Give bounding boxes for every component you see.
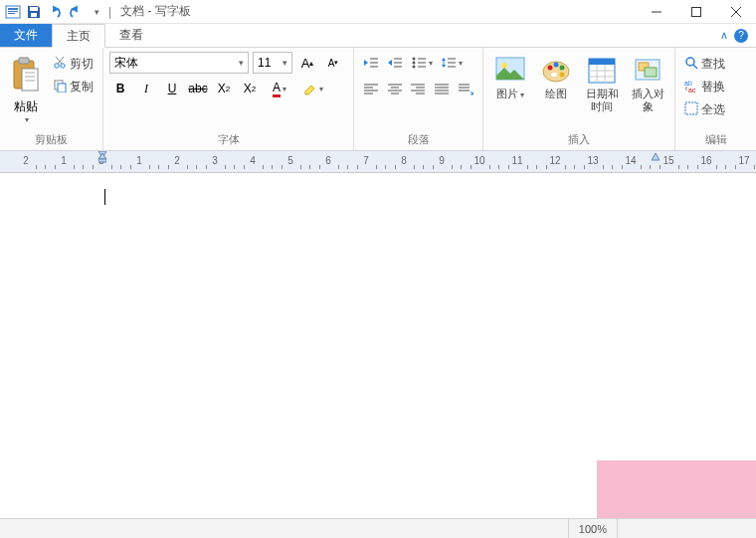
align-center-button[interactable]: [384, 78, 406, 99]
cut-button[interactable]: 剪切: [50, 54, 96, 75]
document-area[interactable]: [0, 173, 756, 518]
ruler-number: 2: [174, 155, 180, 166]
group-edit-label: 编辑: [681, 129, 750, 150]
align-right-button[interactable]: [408, 78, 430, 99]
ruler-number: 17: [738, 155, 749, 166]
subscript-button[interactable]: X2: [213, 78, 235, 99]
svg-rect-4: [30, 7, 38, 11]
ruler-number: 7: [363, 155, 369, 166]
highlight-button[interactable]: ▾: [298, 78, 328, 99]
svg-point-62: [560, 66, 565, 71]
calendar-icon: [586, 54, 618, 86]
selectall-button[interactable]: 全选: [681, 99, 750, 120]
decrease-indent-button[interactable]: [360, 52, 382, 74]
ruler-number: 15: [662, 155, 673, 166]
ruler-number: 12: [549, 155, 560, 166]
chevron-down-icon: ▾: [25, 115, 29, 124]
ruler-right-indent[interactable]: [652, 153, 660, 167]
bullets-button[interactable]: ▾: [408, 52, 436, 74]
find-button[interactable]: 查找: [681, 54, 750, 75]
tab-file[interactable]: 文件: [0, 24, 52, 47]
minimize-button[interactable]: [637, 0, 676, 24]
ruler-number: 11: [511, 155, 522, 166]
ruler-number: 3: [212, 155, 218, 166]
svg-point-16: [55, 64, 59, 68]
ruler-number: 2: [23, 155, 29, 166]
grow-font-button[interactable]: A▴: [296, 52, 318, 74]
svg-rect-5: [31, 13, 37, 17]
bold-button[interactable]: B: [109, 78, 131, 99]
quick-access-toolbar: ▾: [0, 3, 105, 21]
svg-point-28: [413, 58, 416, 61]
collapse-ribbon-icon[interactable]: ∧: [720, 29, 728, 42]
maximize-button[interactable]: [676, 0, 716, 24]
ruler-number: 4: [250, 155, 256, 166]
tab-view[interactable]: 查看: [105, 24, 157, 47]
ruler[interactable]: 2101234567891011121314151617: [0, 151, 756, 173]
font-size-value: 11: [258, 56, 271, 70]
svg-rect-21: [58, 84, 66, 92]
paragraph-dialog-button[interactable]: [455, 78, 476, 99]
svg-point-60: [548, 66, 553, 71]
tab-home[interactable]: 主页: [52, 24, 105, 48]
svg-rect-12: [22, 69, 38, 90]
group-paragraph: ▾ ▾ 段落: [354, 48, 483, 150]
copy-button[interactable]: 复制: [50, 77, 96, 97]
ruler-number: 16: [700, 155, 711, 166]
insert-object-button[interactable]: 插入对象: [627, 52, 668, 129]
help-icon[interactable]: ?: [734, 29, 748, 43]
font-name-value: 宋体: [114, 55, 138, 72]
insert-image-button[interactable]: 图片▾: [489, 52, 531, 129]
select-all-icon: [684, 101, 698, 118]
align-left-button[interactable]: [360, 78, 382, 99]
close-button[interactable]: [716, 0, 756, 24]
strikethrough-button[interactable]: abc: [187, 78, 209, 99]
ruler-number: 13: [587, 155, 598, 166]
group-clipboard-label: 剪贴板: [6, 129, 96, 150]
ruler-number: 8: [401, 155, 407, 166]
svg-rect-1: [8, 8, 18, 10]
image-label: 图片: [496, 88, 518, 99]
chevron-down-icon: ▾: [283, 58, 287, 68]
svg-text:ab: ab: [684, 80, 692, 87]
insert-datetime-button[interactable]: 日期和时间: [581, 52, 623, 129]
svg-rect-2: [8, 11, 18, 12]
redo-icon[interactable]: [67, 3, 85, 21]
save-icon[interactable]: [25, 3, 43, 21]
qat-dropdown-icon[interactable]: ▾: [88, 3, 105, 21]
increase-indent-button[interactable]: [384, 52, 406, 74]
superscript-button[interactable]: X2: [239, 78, 261, 99]
svg-text:ac: ac: [688, 87, 696, 92]
underline-button[interactable]: U: [161, 78, 183, 99]
zoom-slider[interactable]: [617, 519, 756, 538]
undo-icon[interactable]: [46, 3, 64, 21]
group-insert-label: 插入: [489, 129, 668, 150]
ruler-indent-bottom[interactable]: [98, 153, 106, 167]
shrink-font-button[interactable]: A▾: [322, 52, 344, 74]
chevron-down-icon: ▾: [239, 58, 244, 68]
font-size-combo[interactable]: 11 ▾: [253, 52, 292, 74]
zoom-percent[interactable]: 100%: [568, 519, 617, 538]
svg-rect-73: [645, 68, 657, 77]
object-label: 插入对象: [627, 88, 668, 113]
group-paragraph-label: 段落: [360, 129, 476, 150]
svg-point-29: [413, 62, 416, 65]
line-spacing-button[interactable]: ▾: [438, 52, 466, 74]
ruler-number: 10: [473, 155, 484, 166]
ruler-number: 9: [439, 155, 445, 166]
group-edit: 查找 abac 替换 全选 编辑: [675, 48, 756, 150]
paint-icon: [540, 54, 572, 86]
font-name-combo[interactable]: 宋体 ▾: [109, 52, 249, 74]
paste-button[interactable]: 粘贴 ▾: [6, 52, 46, 129]
insert-paint-button[interactable]: 绘图: [535, 52, 577, 129]
copy-icon: [53, 79, 67, 95]
font-color-button[interactable]: A▾: [265, 78, 294, 99]
italic-button[interactable]: I: [135, 78, 157, 99]
align-justify-button[interactable]: [431, 78, 453, 99]
group-font-label: 字体: [109, 129, 347, 150]
app-icon[interactable]: [4, 3, 22, 21]
svg-point-64: [551, 73, 557, 77]
text-cursor: [104, 189, 105, 205]
svg-rect-3: [8, 13, 15, 14]
replace-button[interactable]: abac 替换: [681, 77, 750, 97]
